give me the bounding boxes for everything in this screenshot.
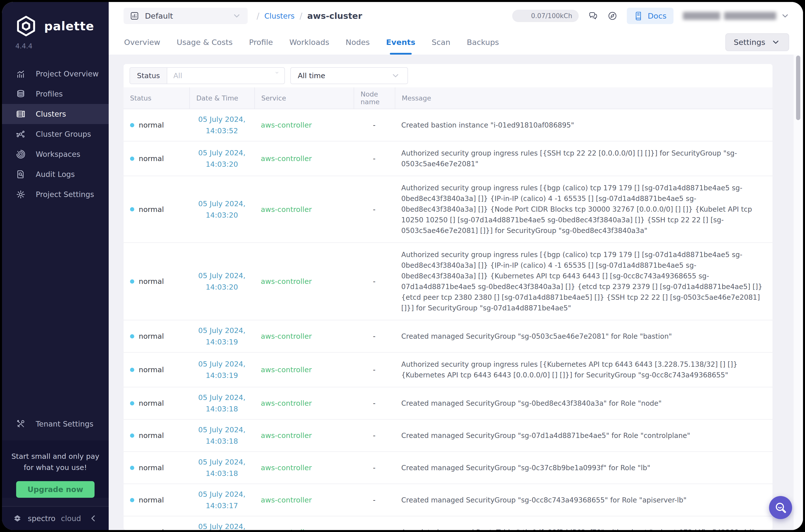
tab-backups[interactable]: Backups xyxy=(467,30,499,55)
message-cell: Created bastion instance "i-01ed91810af0… xyxy=(395,109,772,141)
topbar: Default / Clusters / aws-cluster 0.07/10… xyxy=(109,2,803,30)
cluster-tabs: Overview Usage & Costs Profile Workloads… xyxy=(124,30,499,55)
table-row[interactable]: normal 05 July 2024, 14:03:19 aws-contro… xyxy=(123,353,772,387)
tab-scan[interactable]: Scan xyxy=(432,30,451,55)
breadcrumb-separator: / xyxy=(256,11,259,21)
message-cell: Created managed SecurityGroup "sg-0c37c8… xyxy=(395,452,772,483)
tab-overview[interactable]: Overview xyxy=(124,30,160,55)
book-icon xyxy=(634,11,644,21)
table-row[interactable]: normal 05 July 2024, 14:03:18 aws-contro… xyxy=(123,452,772,484)
tab-workloads[interactable]: Workloads xyxy=(289,30,329,55)
events-content: Status All All time Status Date & Time S… xyxy=(109,55,803,530)
chevron-down-icon xyxy=(771,37,781,47)
table-row[interactable]: normal 05 July 2024, 14:03:18 aws-contro… xyxy=(123,387,772,420)
breadcrumb-separator: / xyxy=(300,11,302,21)
tab-usage-costs[interactable]: Usage & Costs xyxy=(177,30,233,55)
sidebar-item-project-overview[interactable]: Project Overview xyxy=(2,64,109,84)
status-filter[interactable]: Status All xyxy=(130,67,285,84)
node-name-cell: - xyxy=(353,387,395,419)
status-cell: normal xyxy=(123,320,189,352)
sidebar-item-workspaces[interactable]: Workspaces xyxy=(2,144,109,164)
node-name-cell: - xyxy=(353,109,395,141)
docs-button[interactable]: Docs xyxy=(627,8,673,24)
support-search-fab[interactable] xyxy=(769,496,792,519)
status-dot-icon xyxy=(130,498,134,502)
tab-events[interactable]: Events xyxy=(386,30,416,55)
events-table-body: normal 05 July 2024, 14:03:52 aws-contro… xyxy=(123,109,772,530)
service-cell: aws-controller xyxy=(254,141,353,176)
tab-profile[interactable]: Profile xyxy=(249,30,273,55)
orbit-icon xyxy=(16,149,26,159)
time-range-filter[interactable]: All time xyxy=(290,67,408,84)
table-row[interactable]: normal 05 July 2024, 14:03:20 aws-contro… xyxy=(123,141,772,176)
sidebar-item-project-settings[interactable]: Project Settings xyxy=(2,184,109,205)
table-row[interactable]: normal 05 July 2024, 14:03:18 aws-contro… xyxy=(123,420,772,452)
status-dot-icon xyxy=(130,123,134,127)
table-row[interactable]: normal 05 July 2024, 14:03:19 aws-contro… xyxy=(123,320,772,353)
date-time-cell: 05 July 2024, 14:03:20 xyxy=(189,176,254,243)
scrollbar-thumb[interactable] xyxy=(796,56,800,120)
service-cell: aws-controller xyxy=(254,243,353,320)
usage-badge: 0.07/100kCh xyxy=(512,10,579,22)
node-name-cell: - xyxy=(353,420,395,451)
node-name-cell: - xyxy=(353,141,395,176)
footer-brand-secondary: cloud xyxy=(61,514,81,523)
tab-nodes[interactable]: Nodes xyxy=(346,30,370,55)
table-row[interactable]: normal 05 July 2024, 14:03:17 aws-contro… xyxy=(123,484,772,516)
date-time-cell: 05 July 2024, 14:03:18 xyxy=(189,420,254,451)
app-window: palette 4.4.4 Project Overview Profiles … xyxy=(2,2,803,530)
events-card: Status All All time Status Date & Time S… xyxy=(123,64,772,530)
servers-icon xyxy=(16,109,26,119)
gear-icon xyxy=(16,189,26,200)
compass-icon[interactable] xyxy=(608,11,617,21)
main-area: Default / Clusters / aws-cluster 0.07/10… xyxy=(109,2,803,530)
project-selector[interactable]: Default xyxy=(123,8,248,24)
user-menu[interactable] xyxy=(683,11,790,21)
palette-logo-icon xyxy=(14,14,38,38)
date-time-cell: 05 July 2024, 14:03:18 xyxy=(189,452,254,483)
status-dot-icon xyxy=(130,156,134,161)
tabbar: Overview Usage & Costs Profile Workloads… xyxy=(109,30,803,55)
bar-chart-icon xyxy=(130,11,139,21)
date-time-cell: 05 July 2024, 14:03:19 xyxy=(189,353,254,387)
tools-icon xyxy=(16,419,26,429)
service-cell: aws-controller xyxy=(254,484,353,516)
status-cell: normal xyxy=(123,176,189,243)
upgrade-now-button[interactable]: Upgrade now xyxy=(16,481,95,498)
table-row[interactable]: normal 05 July 2024, 14:03:20 aws-contro… xyxy=(123,176,772,243)
breadcrumb-current: aws-cluster xyxy=(307,11,362,21)
service-cell: aws-controller xyxy=(254,387,353,419)
column-header-service: Service xyxy=(254,87,353,109)
sidebar-item-tenant-settings[interactable]: Tenant Settings xyxy=(2,414,109,434)
audit-doc-icon xyxy=(16,169,26,179)
sidebar-collapse-button[interactable] xyxy=(88,513,98,523)
sidebar-item-profiles[interactable]: Profiles xyxy=(2,84,109,104)
sidebar-item-clusters[interactable]: Clusters xyxy=(2,104,109,124)
vertical-scrollbar xyxy=(793,55,803,530)
docs-label: Docs xyxy=(648,12,667,20)
service-cell: aws-controller xyxy=(254,353,353,387)
chart-icon xyxy=(16,69,26,79)
chevron-down-icon xyxy=(232,11,242,21)
table-row[interactable]: normal 05 July 2024, 14:03:20 aws-contro… xyxy=(123,243,772,320)
sidebar-nav: Project Overview Profiles Clusters Clust… xyxy=(2,64,109,205)
upgrade-panel: Start small and only pay for what you us… xyxy=(2,440,109,498)
sidebar-item-cluster-groups[interactable]: Cluster Groups xyxy=(2,124,109,144)
status-dot-icon xyxy=(130,401,134,405)
status-filter-label: Status xyxy=(130,68,167,83)
message-cell: Authorized security group ingress rules … xyxy=(395,141,772,176)
table-row[interactable]: normal 05 July 2024, 14:03:17 aws-contro… xyxy=(123,516,772,530)
chat-icon[interactable] xyxy=(588,11,598,21)
table-row[interactable]: normal 05 July 2024, 14:03:52 aws-contro… xyxy=(123,109,772,141)
settings-button[interactable]: Settings xyxy=(725,33,789,51)
status-cell: normal xyxy=(123,452,189,483)
node-name-cell: - xyxy=(353,516,395,530)
date-time-cell: 05 July 2024, 14:03:19 xyxy=(189,320,254,352)
brand-name: palette xyxy=(44,19,94,33)
message-cell: Authorized security group ingress rules … xyxy=(395,243,772,320)
breadcrumb: / Clusters / aws-cluster xyxy=(256,11,362,21)
layers-icon xyxy=(16,89,26,99)
date-time-cell: 05 July 2024, 14:03:18 xyxy=(189,387,254,419)
sidebar-item-audit-logs[interactable]: Audit Logs xyxy=(2,164,109,184)
breadcrumb-link-clusters[interactable]: Clusters xyxy=(264,12,294,20)
